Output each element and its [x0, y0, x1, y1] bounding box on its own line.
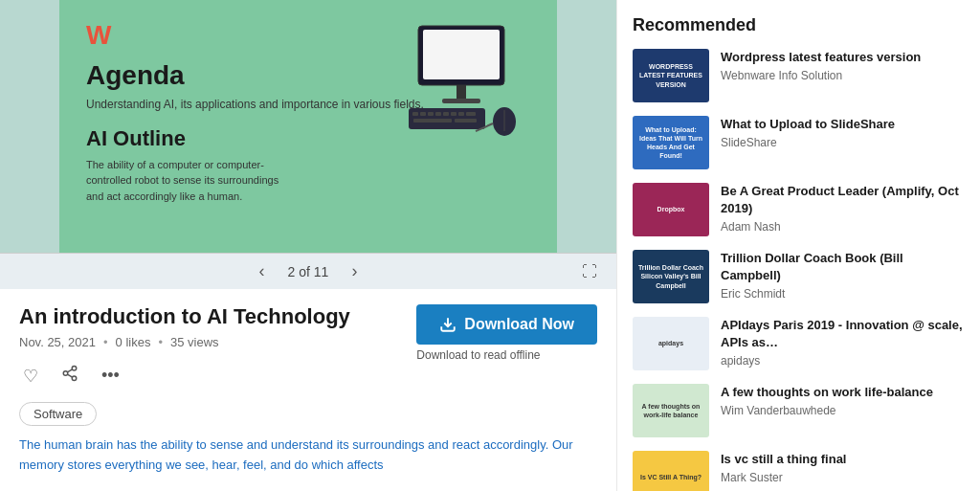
- rec-author-6: Mark Suster: [721, 471, 965, 484]
- rec-title-1: What to Upload to SlideShare: [721, 116, 965, 133]
- download-section: Download Now Download to read offline: [416, 304, 597, 362]
- prev-slide-button[interactable]: ‹: [252, 257, 273, 285]
- svg-point-19: [72, 376, 77, 381]
- svg-rect-2: [457, 85, 466, 99]
- rec-thumbnail-1: What to Upload: Ideas That Will Turn Hea…: [633, 116, 709, 169]
- recommended-item[interactable]: What to Upload: Ideas That Will Turn Hea…: [633, 116, 965, 169]
- rec-thumbnail-0: WORDPRESS LATEST FEATURES VERSION: [633, 49, 709, 102]
- svg-rect-13: [413, 119, 452, 123]
- svg-rect-11: [458, 112, 464, 116]
- rec-title-4: APIdays Paris 2019 - Innovation @ scale,…: [721, 317, 965, 351]
- svg-rect-12: [466, 112, 476, 116]
- document-content-area: An introduction to AI Technology Nov. 25…: [0, 289, 616, 491]
- svg-rect-9: [443, 112, 449, 116]
- main-content: W Agenda Understanding AI, its applicati…: [0, 0, 616, 491]
- download-sublabel: Download to read offline: [416, 348, 540, 362]
- document-views: 35 views: [170, 335, 219, 349]
- svg-rect-3: [442, 99, 480, 103]
- document-title: An introduction to AI Technology: [19, 304, 350, 329]
- slide-preview-container: W Agenda Understanding AI, its applicati…: [0, 0, 616, 253]
- social-actions-row: ♡ •••: [19, 361, 350, 391]
- rec-info-4: APIdays Paris 2019 - Innovation @ scale,…: [721, 317, 965, 370]
- recommended-item[interactable]: A few thoughts on work-life balance A fe…: [633, 384, 965, 437]
- rec-thumbnail-4: apidays: [633, 317, 709, 370]
- next-slide-button[interactable]: ›: [344, 257, 365, 285]
- document-meta: Nov. 25, 2021 • 0 likes • 35 views: [19, 335, 350, 349]
- rec-thumbnail-3: Trillion Dollar Coach Silicon Valley's B…: [633, 250, 709, 303]
- download-btn-label: Download Now: [464, 316, 574, 333]
- rec-title-2: Be A Great Product Leader (Amplify, Oct …: [721, 183, 965, 217]
- download-now-button[interactable]: Download Now: [416, 304, 597, 345]
- rec-author-4: apidays: [721, 354, 965, 368]
- recommended-title: Recommended: [633, 15, 965, 35]
- svg-rect-8: [435, 112, 441, 116]
- more-options-button[interactable]: •••: [98, 362, 123, 390]
- recommended-item[interactable]: apidays APIdays Paris 2019 - Innovation …: [633, 317, 965, 370]
- rec-author-2: Adam Nash: [721, 220, 965, 234]
- rec-thumbnail-6: Is VC Still A Thing?: [633, 451, 709, 491]
- svg-rect-7: [428, 112, 434, 116]
- svg-rect-10: [451, 112, 457, 116]
- svg-rect-14: [455, 119, 477, 123]
- meta-separator-1: •: [103, 335, 108, 349]
- rec-info-1: What to Upload to SlideShare SlideShare: [721, 116, 965, 169]
- svg-point-18: [63, 371, 68, 376]
- svg-rect-1: [423, 30, 500, 79]
- slide-outline-desc: The ability of a computer or computer-co…: [86, 157, 297, 205]
- rec-author-5: Wim Vanderbauwhede: [721, 404, 965, 417]
- share-button[interactable]: [57, 361, 82, 391]
- document-date: Nov. 25, 2021: [19, 335, 96, 349]
- rec-author-1: SlideShare: [721, 136, 965, 149]
- svg-line-20: [67, 375, 72, 378]
- rec-info-2: Be A Great Product Leader (Amplify, Oct …: [721, 183, 965, 236]
- rec-author-3: Eric Schmidt: [721, 287, 965, 301]
- document-excerpt: The human brain has the ability to sense…: [19, 435, 597, 476]
- svg-rect-6: [420, 112, 426, 116]
- rec-thumbnail-5: A few thoughts on work-life balance: [633, 384, 709, 437]
- like-button[interactable]: ♡: [19, 362, 42, 391]
- svg-rect-5: [412, 112, 418, 116]
- recommended-list: WORDPRESS LATEST FEATURES VERSION Wordpr…: [633, 49, 965, 491]
- rec-title-0: Wordpress latest features version: [721, 49, 965, 66]
- rec-info-6: Is vc still a thing final Mark Suster: [721, 451, 965, 491]
- recommended-item[interactable]: WORDPRESS LATEST FEATURES VERSION Wordpr…: [633, 49, 965, 102]
- rec-title-5: A few thoughts on work life-balance: [721, 384, 965, 401]
- rec-title-3: Trillion Dollar Coach Book (Bill Campbel…: [721, 250, 965, 284]
- svg-line-21: [67, 369, 72, 372]
- meta-separator-2: •: [158, 335, 163, 349]
- rec-author-0: Webnware Info Solution: [721, 69, 965, 82]
- slide-nav-bar: ‹ 2 of 11 › ⛶: [0, 253, 616, 290]
- fullscreen-button[interactable]: ⛶: [582, 263, 597, 280]
- page-indicator: 2 of 11: [288, 264, 329, 279]
- rec-title-6: Is vc still a thing final: [721, 451, 965, 468]
- computer-illustration: [385, 16, 538, 150]
- rec-info-3: Trillion Dollar Coach Book (Bill Campbel…: [721, 250, 965, 303]
- slide-inner: W Agenda Understanding AI, its applicati…: [59, 0, 557, 253]
- rec-thumbnail-2: Dropbox: [633, 183, 709, 236]
- recommended-sidebar: Recommended WORDPRESS LATEST FEATURES VE…: [616, 0, 980, 491]
- document-likes: 0 likes: [116, 335, 151, 349]
- recommended-item[interactable]: Trillion Dollar Coach Silicon Valley's B…: [633, 250, 965, 303]
- actions-download-row: An introduction to AI Technology Nov. 25…: [19, 304, 597, 402]
- svg-point-17: [72, 367, 77, 371]
- recommended-item[interactable]: Is VC Still A Thing? Is vc still a thing…: [633, 451, 965, 491]
- rec-info-0: Wordpress latest features version Webnwa…: [721, 49, 965, 102]
- rec-info-5: A few thoughts on work life-balance Wim …: [721, 384, 965, 437]
- document-tag[interactable]: Software: [19, 402, 97, 426]
- recommended-item[interactable]: Dropbox Be A Great Product Leader (Ampli…: [633, 183, 965, 236]
- left-actions: An introduction to AI Technology Nov. 25…: [19, 304, 350, 402]
